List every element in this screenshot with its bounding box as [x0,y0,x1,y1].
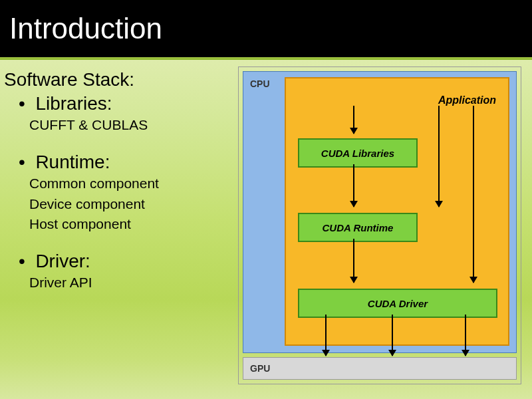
cuda-runtime-box: CUDA Runtime [298,213,418,242]
gpu-label: GPU [250,363,270,374]
bullet-runtime-label: Runtime: [35,152,110,172]
page-title: Introduction [9,12,162,45]
cuda-libraries-box: CUDA Libraries [298,138,418,168]
arrow-driver-to-gpu-1 [325,315,327,356]
cpu-label: CPU [250,78,270,89]
sub-runtime-0: Common component [4,174,230,193]
arrow-lib-to-runtime [353,164,354,207]
cpu-area: CPU Application CUDA Libraries CUDA Runt… [243,71,517,353]
sub-driver-0: Driver API [4,273,230,292]
sub-runtime-1: Device component [4,195,230,213]
bullet-libraries-label: Libraries: [35,93,112,114]
arrow-app-to-driver [473,106,474,283]
bullet-libraries: • Libraries: [4,93,230,114]
content-area: Software Stack: • Libraries: CUFFT & CUB… [0,60,532,384]
sub-runtime-2: Host component [4,215,230,233]
arrow-runtime-to-driver [353,239,354,283]
arrow-app-to-lib [353,106,354,134]
bullet-driver-label: Driver: [35,251,90,271]
arrow-driver-to-gpu-3 [465,315,466,356]
arrow-driver-to-gpu-2 [392,315,393,356]
title-bar: Introduction [0,0,532,57]
sub-libraries-0: CUFFT & CUBLAS [4,116,230,134]
cuda-driver-box: CUDA Driver [298,289,497,318]
bullet-runtime: • Runtime: [4,152,230,173]
bullet-driver: • Driver: [4,251,230,272]
arrow-app-to-runtime [438,106,440,207]
architecture-diagram: CPU Application CUDA Libraries CUDA Runt… [238,66,521,384]
gpu-area: GPU [243,357,517,380]
stack-heading: Software Stack: [4,69,230,90]
application-label: Application [438,94,496,106]
text-column: Software Stack: • Libraries: CUFFT & CUB… [4,66,230,384]
